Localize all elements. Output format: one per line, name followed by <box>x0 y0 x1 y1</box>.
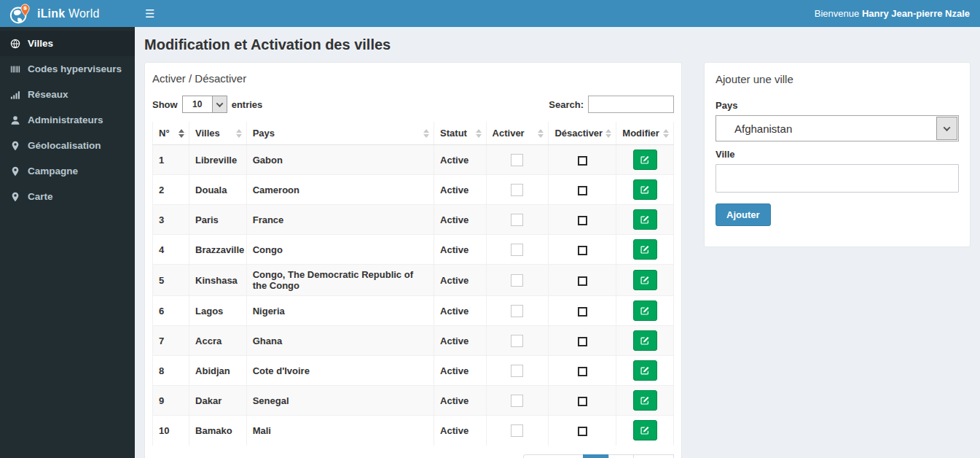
activer-checkbox[interactable] <box>511 305 523 317</box>
edit-button[interactable] <box>633 420 657 440</box>
activer-checkbox[interactable] <box>511 365 523 377</box>
sidebar-item[interactable]: Administrateurs <box>0 107 135 133</box>
edit-button[interactable] <box>633 300 657 321</box>
sidebar-item-label: Campagne <box>28 166 78 176</box>
edit-pencil-icon <box>640 185 650 195</box>
sort-icon <box>179 129 184 138</box>
column-header[interactable]: N° <box>153 122 189 145</box>
sidebar-item-icon <box>10 64 20 74</box>
column-header-label: Désactiver <box>554 128 603 139</box>
column-header[interactable]: Villes <box>189 122 247 145</box>
sidebar-item-label: Administrateurs <box>28 114 103 125</box>
row-number-cell: 9 <box>153 386 189 416</box>
pays-cell: Congo <box>246 235 434 265</box>
pays-cell: Mali <box>246 416 434 446</box>
edit-button[interactable] <box>633 270 657 290</box>
edit-button[interactable] <box>633 360 657 381</box>
desactiver-checkbox[interactable] <box>578 156 587 166</box>
sidebar-item-label: Réseaux <box>28 89 68 100</box>
activer-checkbox[interactable] <box>511 154 523 166</box>
pays-cell: Congo, The Democratic Republic of the Co… <box>246 265 434 296</box>
panel-title: Activer / Désactiver <box>152 70 674 93</box>
sort-icon <box>538 129 544 138</box>
column-header[interactable]: Statut <box>434 122 487 145</box>
sidebar-item-icon <box>10 192 20 202</box>
desactiver-checkbox[interactable] <box>578 246 587 255</box>
sidebar-item-label: Villes <box>28 38 53 49</box>
pays-select[interactable]: Afghanistan <box>716 115 959 141</box>
desactiver-checkbox[interactable] <box>578 276 587 286</box>
sidebar-item[interactable]: Carte <box>0 184 135 209</box>
desactiver-checkbox[interactable] <box>578 307 587 317</box>
desactiver-checkbox[interactable] <box>578 397 587 406</box>
ville-input[interactable] <box>716 164 959 193</box>
page-length-select[interactable]: 10 <box>182 96 227 113</box>
activer-checkbox[interactable] <box>511 395 523 407</box>
column-header[interactable]: Modifier <box>616 122 674 145</box>
ajouter-button[interactable]: Ajouter <box>716 203 771 226</box>
desactiver-checkbox[interactable] <box>578 216 587 225</box>
table-controls: Show 10 entries Search: <box>152 96 674 113</box>
add-ville-panel: Ajouter une ville Pays Afghanistan Ville… <box>704 62 971 247</box>
edit-pencil-icon <box>640 275 650 285</box>
table-row: 7 Accra Ghana Active <box>153 326 674 356</box>
column-header[interactable]: Activer <box>486 122 549 145</box>
page-length-value: 10 <box>183 96 212 112</box>
table-row: 3 Paris France Active <box>153 205 674 235</box>
sidebar-item[interactable]: Campagne <box>0 158 135 184</box>
column-header[interactable]: Pays <box>246 122 434 145</box>
activer-checkbox[interactable] <box>511 184 523 196</box>
activer-checkbox[interactable] <box>511 244 523 256</box>
activer-checkbox[interactable] <box>511 335 523 347</box>
sort-icon <box>476 129 482 138</box>
desactiver-checkbox[interactable] <box>578 427 587 436</box>
desactiver-checkbox[interactable] <box>578 337 587 346</box>
sidebar-item[interactable]: Géolocalisation <box>0 133 135 158</box>
pagination-button[interactable]: Previous <box>523 454 584 458</box>
column-header-label: Modifier <box>622 128 659 139</box>
column-header-label: N° <box>159 128 170 139</box>
edit-button[interactable] <box>633 209 657 230</box>
pays-label: Pays <box>716 100 959 111</box>
statut-cell: Active <box>434 205 487 235</box>
edit-button[interactable] <box>633 150 657 170</box>
villes-table: N° Villes <box>152 122 674 446</box>
sort-icon <box>663 129 669 138</box>
pays-cell: France <box>246 205 434 235</box>
edit-button[interactable] <box>633 330 657 351</box>
pagination-button[interactable]: 1 <box>583 454 608 458</box>
row-number-cell: 5 <box>153 265 189 296</box>
sort-icon <box>236 129 242 138</box>
brand-logo[interactable]: iLink World <box>0 0 135 27</box>
edit-pencil-icon <box>640 395 650 405</box>
search-input[interactable] <box>588 96 674 113</box>
row-number-cell: 1 <box>153 145 189 175</box>
desactiver-checkbox[interactable] <box>578 186 587 195</box>
edit-button[interactable] <box>633 239 657 260</box>
edit-button[interactable] <box>633 179 657 200</box>
ville-cell: Kinshasa <box>189 265 247 296</box>
sidebar-item[interactable]: Codes hyperviseurs <box>0 56 135 82</box>
pagination-button[interactable]: Next <box>633 454 674 458</box>
activer-checkbox[interactable] <box>511 274 523 287</box>
pagination-button[interactable]: 2 <box>608 454 634 458</box>
sidebar-item[interactable]: Villes <box>0 31 135 56</box>
row-number-cell: 4 <box>153 235 189 265</box>
column-header[interactable]: Désactiver <box>549 122 616 145</box>
edit-pencil-icon <box>640 365 650 376</box>
edit-pencil-icon <box>640 214 650 225</box>
sidebar-item-icon <box>10 115 20 125</box>
welcome-message: Bienvenue Hanry Jean-pierre Nzale <box>815 8 980 19</box>
pays-cell: Cameroon <box>246 175 434 205</box>
sidebar-item[interactable]: Réseaux <box>0 82 135 107</box>
pays-cell: Cote d'Ivoire <box>246 356 434 386</box>
statut-cell: Active <box>434 386 487 416</box>
activer-checkbox[interactable] <box>511 424 523 437</box>
hamburger-menu-icon[interactable]: ☰ <box>135 0 165 27</box>
desactiver-checkbox[interactable] <box>578 367 587 376</box>
edit-button[interactable] <box>633 390 657 411</box>
statut-cell: Active <box>434 145 487 175</box>
ville-cell: Paris <box>189 205 247 235</box>
activer-checkbox[interactable] <box>511 214 523 226</box>
entries-label: entries <box>232 99 263 110</box>
